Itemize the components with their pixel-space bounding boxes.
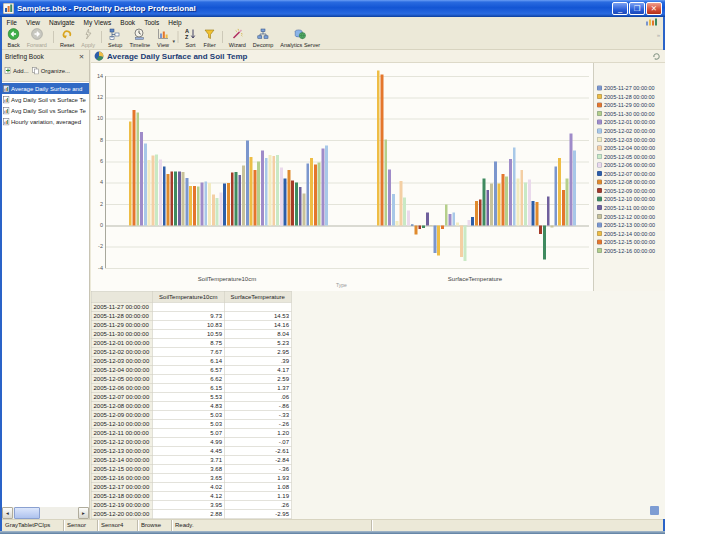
grid-row-header[interactable]: 2005-12-13 00:00:00 xyxy=(91,446,152,455)
bar-SurfaceTemperature-2005-12-01[interactable] xyxy=(388,170,391,226)
grid-cell[interactable]: 1.20 xyxy=(224,428,291,437)
grid-cell[interactable] xyxy=(152,302,224,311)
close-button[interactable]: ✕ xyxy=(646,2,662,15)
bar-SurfaceTemperature-2006-01-08[interactable] xyxy=(532,201,535,226)
menu-navigate[interactable]: Navigate xyxy=(44,18,79,26)
grid-cell[interactable]: 5.03 xyxy=(152,419,224,428)
legend-item[interactable]: 2005-12-01 00:00:00 xyxy=(597,119,655,125)
grid-row-header[interactable]: 2005-12-18 00:00:00 xyxy=(91,491,152,500)
grid-cell[interactable]: 9.73 xyxy=(152,311,224,320)
grid-row-header[interactable]: 2005-12-01 00:00:00 xyxy=(91,338,152,347)
bar-SurfaceTemperature-2006-01-07[interactable] xyxy=(528,179,531,225)
bar-SoilTemperature10cm-2005-12-28[interactable] xyxy=(242,166,245,226)
legend-item[interactable]: 2005-12-06 00:00:00 xyxy=(597,162,655,168)
grid-row-header[interactable]: 2005-12-03 00:00:00 xyxy=(91,356,152,365)
grid-cell[interactable]: .26 xyxy=(224,500,291,509)
grid-cell[interactable]: 3.65 xyxy=(152,473,224,482)
grid-cell[interactable]: 10.83 xyxy=(152,320,224,329)
grid-cell[interactable]: 2.95 xyxy=(224,347,291,356)
bar-SurfaceTemperature-2006-01-19[interactable] xyxy=(573,151,576,226)
grid-cell[interactable]: 1.08 xyxy=(224,482,291,491)
grid-row-header[interactable]: 2005-11-28 00:00:00 xyxy=(91,311,152,320)
briefing-book-item[interactable]: Avg Daily Soil vs Surface Te xyxy=(2,94,89,105)
grid-row-header[interactable]: 2005-12-08 00:00:00 xyxy=(91,401,152,410)
legend-item[interactable]: 2005-12-09 00:00:00 xyxy=(597,188,655,194)
bar-SurfaceTemperature-2006-01-09[interactable] xyxy=(535,202,538,225)
grid-cell[interactable]: .39 xyxy=(224,356,291,365)
grid-row-header[interactable]: 2005-12-12 00:00:00 xyxy=(91,437,152,446)
bar-SurfaceTemperature-2006-01-06[interactable] xyxy=(524,183,527,226)
bar-SurfaceTemperature-2005-12-08[interactable] xyxy=(415,225,418,234)
bar-SurfaceTemperature-2005-12-10[interactable] xyxy=(422,225,425,228)
bar-SurfaceTemperature-2005-12-03[interactable] xyxy=(396,221,399,225)
bar-SurfaceTemperature-2005-12-28[interactable] xyxy=(490,184,493,226)
bar-SoilTemperature10cm-2005-12-08[interactable] xyxy=(167,174,170,226)
grid-cell[interactable]: -2.84 xyxy=(224,455,291,464)
refresh-icon[interactable] xyxy=(652,52,661,61)
menu-book[interactable]: Book xyxy=(116,18,140,26)
bar-SurfaceTemperature-2005-12-20[interactable] xyxy=(460,225,463,256)
grid-cell[interactable]: 2.88 xyxy=(152,509,224,518)
bar-SoilTemperature10cm-2006-01-12[interactable] xyxy=(299,187,302,225)
grid-cell[interactable]: -.07 xyxy=(224,437,291,446)
legend-item[interactable]: 2005-12-08 00:00:00 xyxy=(597,179,655,185)
bar-SoilTemperature10cm-2005-12-17[interactable] xyxy=(201,182,204,225)
bar-SoilTemperature10cm-2005-12-22[interactable] xyxy=(219,192,222,225)
grid-row-header[interactable]: 2005-12-02 00:00:00 xyxy=(91,347,152,356)
legend-item[interactable]: 2005-12-12 00:00:00 xyxy=(597,213,655,219)
menu-tools[interactable]: Tools xyxy=(140,18,164,26)
grid-cell[interactable]: 5.53 xyxy=(152,392,224,401)
grid-cell[interactable]: 14.53 xyxy=(224,311,291,320)
legend-item[interactable]: 2005-12-13 00:00:00 xyxy=(597,222,655,228)
bar-SurfaceTemperature-2006-01-03[interactable] xyxy=(513,147,516,225)
bar-SurfaceTemperature-2005-12-05[interactable] xyxy=(403,198,406,226)
grid-row-header[interactable]: 2005-12-07 00:00:00 xyxy=(91,392,152,401)
bar-SurfaceTemperature-2005-11-29[interactable] xyxy=(381,74,384,225)
bar-SurfaceTemperature-2006-01-18[interactable] xyxy=(569,134,572,226)
bar-SurfaceTemperature-2005-12-24[interactable] xyxy=(475,201,478,226)
sidebar-horizontal-scrollbar[interactable]: ◂ ▸ xyxy=(2,507,89,519)
bar-SoilTemperature10cm-2005-12-10[interactable] xyxy=(174,172,177,226)
grid-cell[interactable]: .06 xyxy=(224,392,291,401)
legend-item[interactable]: 2005-11-28 00:00:00 xyxy=(597,94,655,100)
bar-SoilTemperature10cm-2005-12-04[interactable] xyxy=(151,155,154,225)
grid-row-header[interactable]: 2005-11-30 00:00:00 xyxy=(91,329,152,338)
bar-SurfaceTemperature-2005-12-11[interactable] xyxy=(426,213,429,226)
bar-SurfaceTemperature-2005-12-22[interactable] xyxy=(467,220,470,225)
bar-SurfaceTemperature-2005-12-23[interactable] xyxy=(471,217,474,226)
menu-view[interactable]: View xyxy=(21,18,44,26)
grid-cell[interactable]: 1.93 xyxy=(224,473,291,482)
bar-SurfaceTemperature-2006-01-11[interactable] xyxy=(543,225,546,259)
grid-row-header[interactable]: 2005-12-06 00:00:00 xyxy=(91,383,152,392)
bar-SoilTemperature10cm-2006-01-07[interactable] xyxy=(280,168,283,226)
grid-cell[interactable]: -.86 xyxy=(224,401,291,410)
grid-cell[interactable]: 10.59 xyxy=(152,329,224,338)
bar-SurfaceTemperature-2005-12-09[interactable] xyxy=(418,225,421,229)
grid-cell[interactable]: 5.07 xyxy=(152,428,224,437)
grid-corner-icon[interactable] xyxy=(650,506,659,515)
bar-SurfaceTemperature-2005-12-21[interactable] xyxy=(464,225,467,261)
grid-column-header[interactable]: SoilTemperature10cm xyxy=(152,291,224,302)
bar-SurfaceTemperature-2006-01-01[interactable] xyxy=(505,176,508,225)
bar-SurfaceTemperature-2005-11-28[interactable] xyxy=(377,70,380,225)
grid-cell[interactable]: 3.68 xyxy=(152,464,224,473)
briefing-book-item[interactable]: Hourly variation, averaged xyxy=(2,116,89,127)
bar-SurfaceTemperature-2005-11-30[interactable] xyxy=(384,140,387,226)
grid-row-header[interactable]: 2005-12-04 00:00:00 xyxy=(91,365,152,374)
legend-item[interactable]: 2005-12-03 00:00:00 xyxy=(597,136,655,142)
briefing-book-item[interactable]: Average Daily Surface and xyxy=(2,83,89,94)
grid-cell[interactable]: 6.57 xyxy=(152,365,224,374)
timeline-button[interactable]: Timeline xyxy=(126,28,154,48)
scroll-thumb[interactable] xyxy=(14,507,40,519)
grid-cell[interactable]: 5.03 xyxy=(152,410,224,419)
view-button[interactable]: View xyxy=(154,28,173,48)
legend-item[interactable]: 2005-11-27 00:00:00 xyxy=(597,85,655,91)
bar-SoilTemperature10cm-2005-11-28[interactable] xyxy=(129,122,132,226)
bar-SoilTemperature10cm-2006-01-04[interactable] xyxy=(269,155,272,225)
bar-SoilTemperature10cm-2005-12-14[interactable] xyxy=(189,186,192,226)
bar-SurfaceTemperature-2006-01-14[interactable] xyxy=(554,167,557,226)
bar-SurfaceTemperature-2005-12-29[interactable] xyxy=(494,161,497,225)
scroll-right-icon[interactable]: ▸ xyxy=(78,507,89,519)
grid-row-header[interactable]: 2005-12-05 00:00:00 xyxy=(91,374,152,383)
bar-SurfaceTemperature-2006-01-04[interactable] xyxy=(517,178,520,225)
